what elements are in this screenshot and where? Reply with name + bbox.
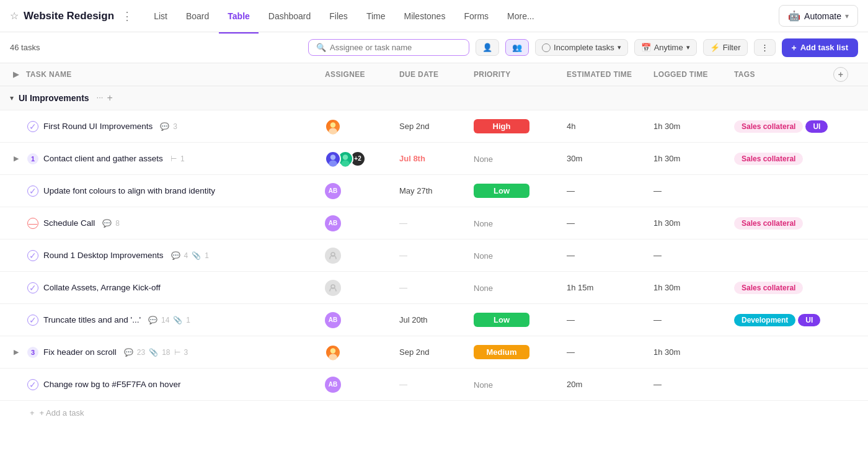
logged-time: 1h 30m	[653, 283, 734, 292]
tab-list[interactable]: List	[145, 7, 176, 25]
table-row: ✓ Collate Assets, Arrange Kick-off — Non…	[0, 272, 868, 304]
attachment-count: 18	[162, 348, 170, 357]
task-title: Contact client and gather assets	[43, 154, 163, 163]
tab-dashboard[interactable]: Dashboard	[260, 7, 320, 25]
search-box[interactable]: 🔍	[308, 39, 469, 56]
incomplete-chevron-icon: ▾	[618, 43, 621, 51]
add-task-row[interactable]: + + Add a task	[0, 401, 868, 425]
task-title: Round 1 Desktop Improvements	[43, 251, 164, 260]
anytime-label: Anytime	[654, 43, 683, 52]
task-meta: 💬 14 📎 1	[148, 316, 190, 324]
person-icon: 👤	[482, 43, 492, 52]
task-expand-icon[interactable]: ▶	[10, 346, 22, 359]
due-date: Jul 20th	[399, 315, 474, 324]
tab-more[interactable]: More...	[498, 7, 543, 25]
task-status-done[interactable]: ✓	[27, 121, 38, 132]
task-status-done[interactable]: ✓	[27, 250, 38, 261]
comment-count: 4	[184, 251, 188, 260]
table-row: ▶ 1 Contact client and gather assets ⊢ 1	[0, 143, 868, 175]
task-status-done[interactable]: ✓	[27, 282, 38, 293]
group-add-icon[interactable]: +	[107, 92, 112, 104]
table-row: ✓ Update font colours to align with bran…	[0, 175, 868, 207]
priority-cell: High	[474, 119, 567, 133]
assignee-filter-button[interactable]: 👤	[476, 39, 499, 56]
priority-none: None	[474, 284, 493, 293]
col-priority: Priority	[474, 70, 567, 79]
tag-development: Development	[734, 314, 795, 326]
group-header[interactable]: ▾ UI Improvements ··· +	[0, 86, 868, 110]
due-date: —	[399, 380, 474, 389]
tag-sales-collateral: Sales collateral	[734, 282, 803, 294]
group-filter-button[interactable]: 👥	[505, 39, 529, 56]
subtask-count: 1	[180, 154, 185, 163]
avatar-initials: AB	[325, 312, 341, 328]
table-container: ▶ Task Name Assignee Due Date Priority E…	[0, 63, 868, 474]
filter-icon: ⚡	[710, 43, 720, 52]
avatar-placeholder	[325, 280, 341, 296]
tab-table[interactable]: Table	[219, 7, 259, 25]
add-task-list-button[interactable]: + Add task list	[782, 38, 858, 57]
assignee-cell: AB	[325, 183, 399, 199]
task-status-done[interactable]: ✓	[27, 186, 38, 197]
due-date: —	[399, 218, 474, 228]
task-name-cell: ✓ First Round UI Improvements 💬 3	[10, 121, 325, 132]
assignee-cell: AB	[325, 312, 399, 328]
svg-point-2	[330, 154, 335, 159]
tags-cell: Development UI	[734, 314, 833, 326]
table-row: ✓ Truncate titles and and '...' 💬 14 📎 1…	[0, 304, 868, 336]
col-estimated-time: Estimated Time	[567, 70, 653, 79]
tag-sales-collateral: Sales collateral	[734, 153, 803, 165]
due-date: Sep 2nd	[399, 347, 474, 357]
tags-cell: Sales collateral	[734, 282, 833, 294]
task-title: First Round UI Improvements	[43, 122, 153, 131]
filter-button[interactable]: ⚡ Filter	[703, 39, 748, 56]
more-options-button[interactable]: ⋮	[754, 39, 776, 56]
star-icon[interactable]: ☆	[10, 10, 19, 22]
due-date: May 27th	[399, 186, 474, 195]
task-meta: ⊢ 1	[170, 154, 185, 163]
task-title: Change row bg to #F5F7FA on hover	[43, 380, 180, 389]
tab-forms[interactable]: Forms	[455, 7, 497, 25]
task-expand-icon[interactable]: ▶	[10, 153, 22, 165]
assignee-cell: AB	[325, 215, 399, 231]
task-status-cancelled[interactable]: —	[27, 218, 38, 229]
add-column-button[interactable]: +	[833, 67, 848, 82]
tab-milestones[interactable]: Milestones	[395, 7, 454, 25]
avatar-initials: AB	[325, 183, 341, 199]
task-title: Truncate titles and and '...'	[43, 315, 141, 324]
subtask-badge: 1	[27, 153, 38, 164]
col-due-date: Due Date	[399, 70, 474, 79]
expand-all-icon[interactable]: ▶	[10, 68, 22, 81]
col-assignee: Assignee	[325, 70, 399, 79]
task-meta: 💬 23 📎 18 ⊢ 3	[124, 348, 188, 357]
tag-ui: UI	[805, 120, 828, 133]
search-input[interactable]	[330, 43, 461, 52]
col-add[interactable]: +	[833, 67, 858, 82]
tab-time[interactable]: Time	[358, 7, 394, 25]
tab-files[interactable]: Files	[321, 7, 356, 25]
incomplete-tasks-label: Incomplete tasks	[554, 43, 614, 52]
group-more-icon[interactable]: ···	[97, 92, 104, 104]
task-name-cell: ✓ Update font colours to align with bran…	[10, 186, 325, 197]
priority-badge-medium: Medium	[474, 345, 529, 359]
comment-icon: 💬	[148, 316, 157, 324]
task-status-done[interactable]: ✓	[27, 379, 38, 390]
logged-time: —	[653, 186, 734, 195]
group-chevron-icon[interactable]: ▾	[10, 94, 14, 102]
tab-board[interactable]: Board	[177, 7, 218, 25]
incomplete-tasks-button[interactable]: Incomplete tasks ▾	[535, 39, 628, 56]
logged-time: —	[653, 251, 734, 260]
task-meta: 💬 4 📎 1	[171, 251, 209, 260]
automate-button[interactable]: 🤖 Automate ▾	[779, 5, 858, 27]
task-title: Collate Assets, Arrange Kick-off	[43, 283, 161, 292]
comment-icon: 💬	[160, 122, 169, 131]
task-status-done[interactable]: ✓	[27, 315, 38, 326]
estimated-time: 4h	[567, 122, 653, 131]
tags-cell: Sales collateral	[734, 153, 833, 165]
more-options-icon[interactable]: ⋮	[122, 9, 133, 23]
attachment-icon: 📎	[173, 316, 182, 324]
task-meta: 💬 3	[160, 122, 177, 131]
subtask-badge: 3	[27, 347, 38, 358]
nav-right: 🤖 Automate ▾	[779, 5, 858, 27]
anytime-button[interactable]: 📅 Anytime ▾	[634, 39, 697, 56]
